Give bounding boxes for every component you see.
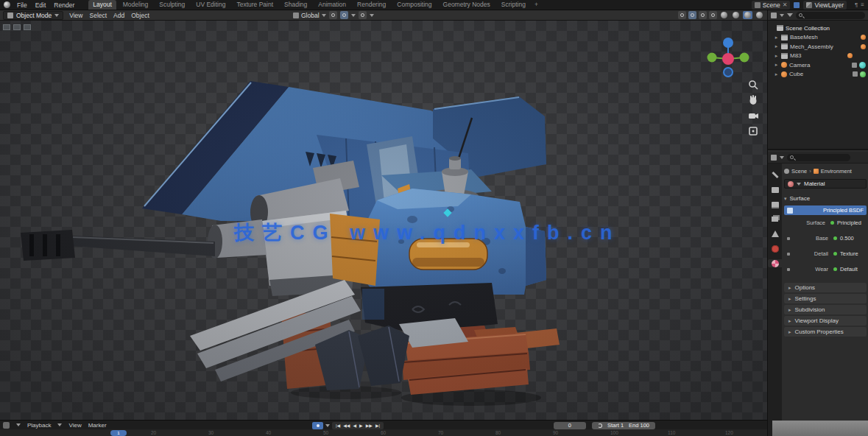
snap-magnet-icon[interactable]: [340, 11, 348, 19]
camera-view-icon[interactable]: [748, 110, 758, 121]
tab-compositing[interactable]: Compositing: [392, 0, 436, 10]
proportional-dropdown-icon[interactable]: [370, 14, 374, 17]
shading-material-icon[interactable]: [743, 11, 752, 19]
gizmos-toggle-icon[interactable]: [688, 11, 696, 19]
tab-texture-paint[interactable]: Texture Paint: [232, 0, 278, 10]
expand-arrow-icon[interactable]: ▸: [774, 53, 779, 59]
end-frame-field[interactable]: End 100: [629, 422, 649, 429]
surface-section-header[interactable]: ▾ Surface: [784, 194, 867, 203]
outliner-editor-icon[interactable]: [771, 13, 777, 18]
shading-rendered-icon[interactable]: [755, 11, 764, 19]
surface-row[interactable]: Surface Principled: [784, 215, 867, 231]
filter-icon[interactable]: [787, 13, 793, 17]
tab-sculpting[interactable]: Sculpting: [155, 0, 189, 10]
current-frame-marker[interactable]: 1: [110, 430, 127, 436]
section-settings[interactable]: ▸Settings: [784, 294, 867, 303]
tab-view-layer-icon[interactable]: [771, 215, 779, 223]
tab-tool-icon[interactable]: [771, 171, 779, 179]
section-custom-properties[interactable]: ▸Custom Properties: [784, 327, 867, 337]
expand-arrow-icon[interactable]: ▸: [774, 35, 779, 41]
play-button[interactable]: ▶: [359, 423, 363, 428]
jump-end-button[interactable]: ▶|: [375, 423, 380, 428]
tab-scene-icon[interactable]: [771, 230, 779, 238]
menu-playback[interactable]: Playback: [27, 422, 51, 429]
pan-hand-icon[interactable]: [748, 95, 758, 105]
perspective-toggle-icon[interactable]: [748, 126, 758, 136]
timeline-editor-icon[interactable]: [3, 422, 10, 429]
proportional-editing-icon[interactable]: [359, 11, 367, 19]
frame-range-group[interactable]: Start 1 End 100: [592, 422, 655, 429]
tab-geometry-nodes[interactable]: Geometry Nodes: [439, 0, 495, 10]
menu-file[interactable]: File: [15, 1, 29, 9]
tab-output-icon[interactable]: [771, 200, 779, 208]
section-viewport-display[interactable]: ▸Viewport Display: [784, 316, 867, 326]
next-key-button[interactable]: ▶▶: [366, 423, 373, 428]
new-scene-icon[interactable]: [794, 2, 800, 8]
menu-object[interactable]: Object: [131, 12, 149, 19]
navigation-gizmo[interactable]: [702, 34, 754, 85]
section-subdivision[interactable]: ▸Subdivision: [784, 305, 867, 314]
outliner-row-basemesh[interactable]: ▸ BaseMesh: [768, 33, 868, 43]
mode-dropdown[interactable]: Object Mode: [3, 11, 63, 20]
expand-arrow-icon[interactable]: ▸: [774, 71, 779, 77]
orientation-dropdown[interactable]: Global: [293, 12, 326, 19]
data-icon[interactable]: [852, 63, 857, 68]
zoom-icon[interactable]: [748, 80, 758, 90]
current-frame-field[interactable]: 0: [554, 422, 586, 429]
tab-scripting[interactable]: Scripting: [497, 0, 530, 10]
outliner-row-m83[interactable]: ▸ M83: [768, 52, 868, 61]
shading-wireframe-icon[interactable]: [719, 11, 729, 19]
outliner-row-scene-collection[interactable]: Scene Collection: [768, 24, 868, 33]
tool-icon-2[interactable]: [13, 24, 21, 31]
menu-lines-icon[interactable]: ≡: [861, 1, 864, 8]
mesh-data-icon[interactable]: [861, 35, 866, 40]
tab-render-icon[interactable]: [771, 186, 779, 194]
material-icon[interactable]: [859, 62, 866, 68]
properties-search-input[interactable]: [787, 154, 850, 161]
data-icon[interactable]: [853, 71, 858, 77]
outliner-row-camera[interactable]: ▸ Camera: [768, 60, 868, 70]
add-workspace-button[interactable]: +: [532, 1, 540, 9]
tab-layout[interactable]: Layout: [88, 0, 116, 10]
expand-arrow-icon[interactable]: ▸: [774, 62, 779, 68]
snap-dropdown-icon[interactable]: [351, 14, 356, 17]
tool-icon-3[interactable]: [23, 24, 32, 31]
view-layer-selector[interactable]: ViewLayer: [803, 1, 847, 10]
menu-add[interactable]: Add: [113, 12, 124, 19]
jump-start-button[interactable]: |◀: [336, 423, 340, 428]
3d-viewport[interactable]: 技艺CG www.qdnxxfb.cn: [0, 21, 767, 420]
tab-material-icon[interactable]: [768, 259, 782, 267]
properties-editor-icon[interactable]: [771, 155, 777, 161]
material-icon[interactable]: [860, 71, 866, 77]
tab-rendering[interactable]: Rendering: [353, 0, 390, 10]
section-options[interactable]: ▸Options: [784, 283, 867, 292]
menu-select[interactable]: Select: [89, 12, 107, 19]
overlays-toggle-icon[interactable]: [699, 11, 707, 19]
mesh-data-icon[interactable]: [847, 53, 853, 58]
input-row-detail[interactable]: Detail Texture: [784, 246, 867, 261]
prev-key-button[interactable]: ◀◀: [343, 423, 350, 428]
xray-toggle-icon[interactable]: [709, 11, 717, 19]
scene-selector[interactable]: Scene ✕: [752, 1, 791, 10]
menu-marker[interactable]: Marker: [88, 422, 107, 429]
selected-node-row[interactable]: Principled BSDF: [784, 205, 867, 215]
menu-view[interactable]: View: [69, 12, 82, 19]
mesh-data-icon[interactable]: [861, 44, 866, 49]
tab-shading[interactable]: Shading: [280, 0, 311, 10]
start-frame-field[interactable]: Start 1: [607, 422, 624, 429]
menu-edit[interactable]: Edit: [34, 1, 48, 9]
scene-unlink-icon[interactable]: ✕: [783, 1, 788, 8]
visibility-dropdown-icon[interactable]: [678, 11, 686, 19]
play-reverse-button[interactable]: ◀: [353, 423, 356, 428]
timeline-ruler[interactable]: 20 30 40 50 60 70 80 90 100 110 120 1: [0, 429, 767, 436]
outliner-row-mech-assembly[interactable]: ▸ Mech_Assembly: [768, 42, 868, 52]
outliner-row-cube[interactable]: ▸ Cube: [768, 70, 868, 80]
outliner-search-input[interactable]: [796, 12, 865, 19]
input-row-wear[interactable]: Wear Default: [784, 261, 867, 277]
tool-icon-1[interactable]: [2, 24, 11, 31]
material-datablock-selector[interactable]: Material: [784, 179, 867, 189]
shading-solid-icon[interactable]: [731, 11, 741, 19]
blender-logo-icon[interactable]: [4, 1, 10, 8]
auto-key-button[interactable]: [312, 422, 323, 429]
tab-animation[interactable]: Animation: [314, 0, 350, 10]
